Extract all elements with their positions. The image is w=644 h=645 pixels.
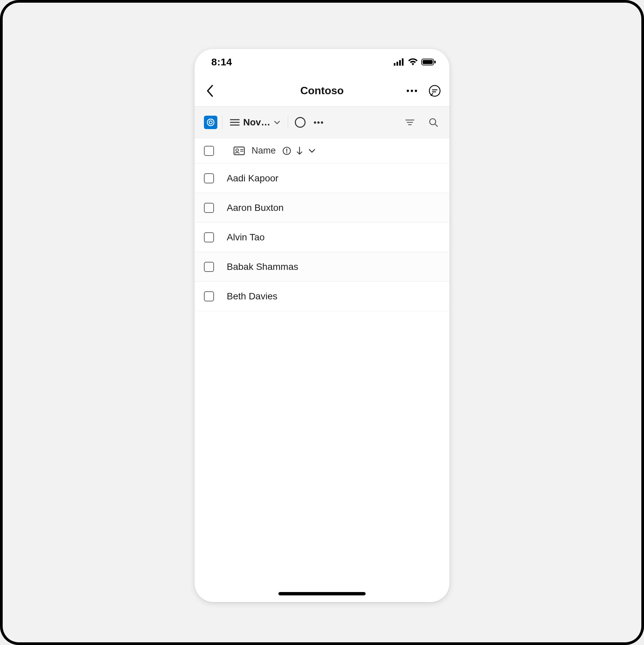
chevron-down-icon <box>274 120 280 125</box>
divider <box>222 116 222 129</box>
svg-rect-2 <box>399 60 401 66</box>
filter-icon <box>405 119 415 126</box>
back-button[interactable] <box>203 83 217 98</box>
row-name: Beth Davies <box>227 291 277 302</box>
chat-button[interactable] <box>427 83 442 98</box>
home-indicator[interactable] <box>278 592 366 595</box>
status-bar: 8:14 <box>195 49 449 75</box>
inner-canvas: 8:14 <box>3 3 641 642</box>
svg-point-8 <box>411 90 413 92</box>
row-name: Alvin Tao <box>227 232 265 243</box>
table-row[interactable]: Beth Davies <box>195 282 449 311</box>
row-name: Babak Shammas <box>227 261 298 272</box>
table-row[interactable]: Alvin Tao <box>195 223 449 252</box>
svg-rect-6 <box>434 61 436 63</box>
svg-point-14 <box>209 121 212 124</box>
select-all-checkbox[interactable] <box>204 146 214 156</box>
svg-point-24 <box>236 149 238 152</box>
svg-point-13 <box>207 119 214 126</box>
wifi-icon <box>408 58 418 66</box>
ellipsis-icon <box>406 89 418 93</box>
info-icon[interactable] <box>282 146 291 155</box>
svg-rect-0 <box>394 63 395 66</box>
column-header-row: Name <box>195 138 449 164</box>
row-checkbox[interactable] <box>204 291 214 301</box>
row-name: Aadi Kapoor <box>227 173 278 184</box>
contact-card-icon <box>233 146 245 155</box>
more-button[interactable] <box>405 83 419 98</box>
status-time: 8:14 <box>211 56 232 68</box>
list-icon <box>230 118 240 126</box>
row-checkbox[interactable] <box>204 262 214 272</box>
svg-point-7 <box>407 90 409 92</box>
stage: 8:14 <box>0 0 644 645</box>
row-checkbox[interactable] <box>204 232 214 242</box>
svg-point-10 <box>429 85 440 96</box>
status-icons <box>394 58 436 66</box>
chevron-down-icon[interactable] <box>308 148 316 154</box>
app-icon <box>206 118 215 127</box>
circle-icon <box>295 117 306 128</box>
filter-button[interactable] <box>402 115 417 130</box>
row-checkbox[interactable] <box>204 203 214 213</box>
record-toggle[interactable] <box>293 115 308 130</box>
row-name: Aaron Buxton <box>227 202 284 213</box>
view-label: Nov… <box>243 117 270 128</box>
search-icon <box>429 118 438 127</box>
sort-arrow-down-icon[interactable] <box>296 146 303 156</box>
battery-icon <box>421 58 436 66</box>
svg-rect-3 <box>402 58 404 66</box>
app-header: Contoso <box>195 75 449 107</box>
svg-rect-5 <box>423 60 433 64</box>
phone-frame: 8:14 <box>195 49 449 602</box>
row-checkbox[interactable] <box>204 173 214 183</box>
app-badge[interactable] <box>204 116 217 129</box>
view-picker[interactable]: Nov… <box>227 115 283 130</box>
divider <box>288 116 288 129</box>
table-row[interactable]: Aadi Kapoor <box>195 164 449 193</box>
command-more-button[interactable]: ••• <box>312 116 325 129</box>
table-row[interactable]: Aaron Buxton <box>195 193 449 223</box>
cellular-icon <box>394 58 405 66</box>
chat-icon <box>428 84 441 97</box>
chevron-left-icon <box>206 85 214 97</box>
svg-point-9 <box>415 90 417 92</box>
svg-line-22 <box>435 124 437 126</box>
search-button[interactable] <box>426 115 441 130</box>
svg-rect-1 <box>396 62 398 66</box>
table-row[interactable]: Babak Shammas <box>195 252 449 282</box>
column-name-label: Name <box>252 145 276 156</box>
ellipsis-icon: ••• <box>314 118 324 127</box>
svg-point-29 <box>286 152 287 153</box>
command-bar: Nov… ••• <box>195 107 449 138</box>
